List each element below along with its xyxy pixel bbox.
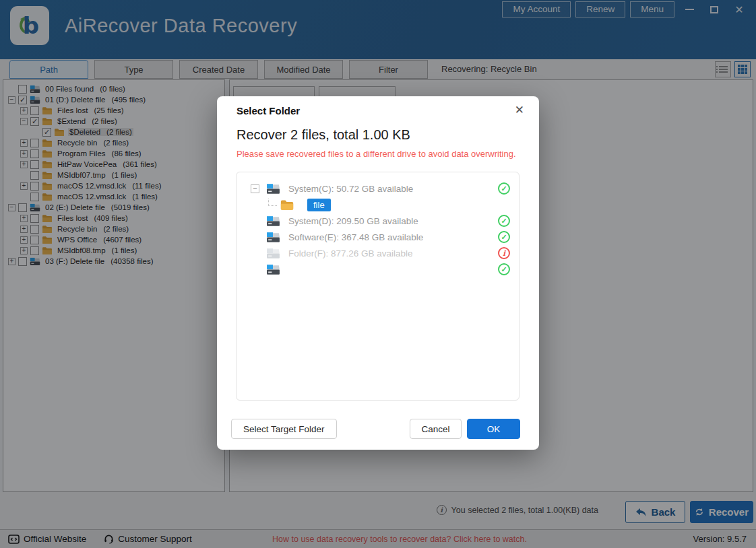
overwrite-warning: Please save recovered files to a differe… <box>237 149 516 159</box>
drive-label: System(D): 209.50 GB available <box>288 216 418 226</box>
expander-slot <box>251 265 259 274</box>
ok-button[interactable]: OK <box>467 419 520 439</box>
ok-status-icon: ✓ <box>498 182 510 195</box>
drive-label: System(C): 50.72 GB available <box>288 184 413 194</box>
ok-status-icon: ✓ <box>498 231 510 243</box>
drive-label: Software(E): 367.48 GB available <box>288 232 423 242</box>
drive-row[interactable]: ✓ <box>237 261 519 277</box>
ok-status-icon: ✓ <box>498 215 510 227</box>
cancel-button[interactable]: Cancel <box>410 419 462 439</box>
drive-row[interactable]: Folder(F): 877.26 GB availablei <box>237 245 519 261</box>
recover-summary: Recover 2 files, total 1.00 KB <box>237 127 410 143</box>
drive-icon <box>266 232 280 243</box>
drive-disabled-icon <box>266 248 280 259</box>
select-folder-dialog: Select Folder ✕ Recover 2 files, total 1… <box>217 96 539 450</box>
select-target-folder-button[interactable]: Select Target Folder <box>231 419 337 439</box>
drive-row[interactable]: − System(C): 50.72 GB available✓ <box>237 180 519 197</box>
dialog-close-icon[interactable]: ✕ <box>515 103 524 117</box>
folder-icon <box>280 199 294 211</box>
drive-icon <box>266 215 280 227</box>
ok-status-icon: ✓ <box>498 263 510 275</box>
drive-list: − System(C): 50.72 GB available✓ file Sy… <box>236 172 519 401</box>
dialog-title: Select Folder <box>237 105 300 116</box>
drive-icon <box>266 183 280 195</box>
selected-folder-chip[interactable]: file <box>307 199 331 211</box>
collapse-icon[interactable]: − <box>251 184 259 193</box>
expander-slot <box>251 233 259 242</box>
tree-connector <box>268 199 277 206</box>
drive-row[interactable]: Software(E): 367.48 GB available✓ <box>237 229 519 245</box>
drive-label: Folder(F): 877.26 GB available <box>288 248 413 259</box>
expander-slot <box>251 217 259 226</box>
drive-row[interactable]: System(D): 209.50 GB available✓ <box>237 213 519 229</box>
drive-icon <box>266 264 280 275</box>
error-status-icon: i <box>498 247 510 259</box>
app-window: b AiRecover Data Recovery My Account Ren… <box>0 0 756 548</box>
expander-slot <box>251 249 259 258</box>
target-folder-row[interactable]: file <box>237 197 519 213</box>
